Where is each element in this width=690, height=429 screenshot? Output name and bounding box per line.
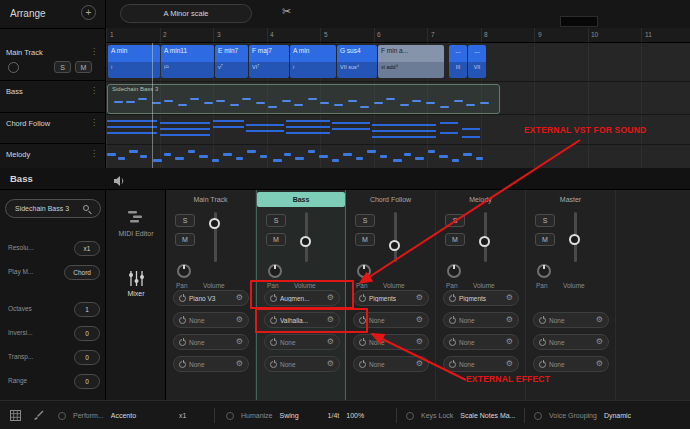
plugin-slot[interactable]: None⚙ (264, 334, 340, 350)
solo-button[interactable]: S (266, 214, 286, 227)
gear-icon[interactable]: ⚙ (506, 316, 513, 324)
pan-knob[interactable] (447, 264, 461, 278)
plugin-slot[interactable]: Piano V3⚙ (173, 290, 249, 306)
track-name-chord-follow[interactable]: Chord Follow (6, 119, 50, 128)
mixer-icon[interactable] (106, 270, 166, 291)
plugin-slot[interactable]: None⚙ (173, 312, 249, 328)
toggle-circle-icon[interactable] (406, 412, 414, 420)
strip-title[interactable]: Chord Follow (346, 192, 435, 207)
plugin-slot[interactable]: None⚙ (443, 334, 519, 350)
gear-icon[interactable]: ⚙ (416, 316, 423, 324)
chord-block[interactable]: A min11i¹¹ (161, 45, 214, 78)
power-icon[interactable] (539, 361, 546, 368)
volume-slider[interactable] (394, 212, 397, 262)
solo-button[interactable]: S (54, 61, 71, 73)
track-menu-icon[interactable]: ⋮ (90, 118, 98, 127)
track-menu-icon[interactable]: ⋮ (90, 47, 98, 56)
gear-icon[interactable]: ⚙ (416, 294, 423, 302)
gear-icon[interactable]: ⚙ (506, 294, 513, 302)
gear-icon[interactable]: ⚙ (327, 338, 334, 346)
gear-icon[interactable]: ⚙ (416, 360, 423, 368)
status-extra[interactable]: x1 (179, 412, 186, 419)
status-value[interactable]: Accento (111, 412, 136, 419)
plugin-slot[interactable]: None⚙ (533, 356, 609, 372)
toggle-circle-icon[interactable] (58, 412, 66, 420)
plugin-slot[interactable]: None⚙ (533, 334, 609, 350)
mute-button[interactable]: M (355, 233, 375, 246)
volume-slider[interactable] (305, 212, 308, 262)
gear-icon[interactable]: ⚙ (596, 360, 603, 368)
melody-clip[interactable] (107, 146, 500, 166)
plugin-slot[interactable]: Pigments⚙ (443, 290, 519, 306)
status-value[interactable]: Swing (280, 412, 299, 419)
power-icon[interactable] (270, 339, 277, 346)
strip-title[interactable]: Bass (257, 192, 345, 207)
volume-knob[interactable] (389, 240, 400, 251)
volume-slider[interactable] (214, 212, 217, 262)
power-icon[interactable] (449, 317, 456, 324)
keys-lock-control[interactable]: Keys Lock Scale Notes Ma... (406, 401, 516, 429)
gear-icon[interactable]: ⚙ (416, 338, 423, 346)
track-link-icon[interactable] (8, 62, 19, 73)
brush-tool-icon[interactable] (32, 410, 44, 423)
strip-title[interactable]: Melody (436, 192, 525, 207)
pan-knob[interactable] (268, 264, 282, 278)
mute-button[interactable]: M (535, 233, 555, 246)
track-menu-icon[interactable]: ⋮ (90, 86, 98, 95)
status-extra[interactable]: 1/4t (328, 412, 340, 419)
arrangement-lanes[interactable]: A mini A min11i¹¹ E min7v⁷ F maj7VI⁷ A m… (106, 43, 690, 168)
cut-tool-icon[interactable]: ✂ (282, 5, 291, 18)
gear-icon[interactable]: ⚙ (236, 316, 243, 324)
power-icon[interactable] (539, 339, 546, 346)
status-value[interactable]: Scale Notes Ma... (460, 412, 515, 419)
power-icon[interactable] (359, 295, 366, 302)
power-icon[interactable] (449, 339, 456, 346)
gear-icon[interactable]: ⚙ (506, 338, 513, 346)
pan-knob[interactable] (177, 264, 191, 278)
volume-slider[interactable] (574, 212, 577, 262)
solo-button[interactable]: S (445, 214, 465, 227)
volume-knob[interactable] (300, 236, 311, 247)
power-icon[interactable] (179, 317, 186, 324)
strip-title[interactable]: Main Track (166, 192, 255, 207)
chord-block[interactable]: ...III (449, 45, 467, 78)
mute-button[interactable]: M (266, 233, 286, 246)
solo-button[interactable]: S (355, 214, 375, 227)
chord-block[interactable]: G sus4VII sus⁴ (337, 45, 377, 78)
power-icon[interactable] (179, 361, 186, 368)
gear-icon[interactable]: ⚙ (506, 360, 513, 368)
chord-block[interactable]: F maj7VI⁷ (249, 45, 289, 78)
power-icon[interactable] (359, 361, 366, 368)
track-menu-icon[interactable]: ⋮ (90, 149, 98, 158)
volume-knob[interactable] (209, 218, 220, 229)
plugin-slot[interactable]: None⚙ (443, 356, 519, 372)
plugin-slot[interactable]: None⚙ (443, 312, 519, 328)
param-value[interactable]: 1 (74, 302, 100, 317)
plugin-slot[interactable]: None⚙ (353, 356, 429, 372)
tab-midi-editor[interactable]: MIDI Editor (106, 230, 166, 237)
mute-button[interactable]: M (445, 233, 465, 246)
param-value[interactable]: 0 (74, 326, 100, 341)
voice-grouping-control[interactable]: Voice Grouping Dynamic (534, 401, 631, 429)
humanize-control[interactable]: Humanize Swing 1/4t 100% (226, 401, 364, 429)
plugin-slot[interactable]: None⚙ (533, 312, 609, 328)
add-track-button[interactable]: + (81, 5, 96, 20)
toggle-circle-icon[interactable] (534, 412, 542, 420)
gear-icon[interactable]: ⚙ (327, 360, 334, 368)
gear-icon[interactable]: ⚙ (596, 316, 603, 324)
mute-button[interactable]: M (75, 61, 92, 73)
plugin-slot[interactable]: None⚙ (264, 356, 340, 372)
power-icon[interactable] (179, 295, 186, 302)
pan-knob[interactable] (357, 264, 371, 278)
plugin-slot[interactable]: Pigments⚙ (353, 290, 429, 306)
plugin-slot[interactable]: None⚙ (173, 356, 249, 372)
param-value[interactable]: Chord (64, 265, 100, 280)
solo-button[interactable]: S (175, 214, 195, 227)
midi-editor-icon[interactable] (106, 210, 166, 228)
solo-button[interactable]: S (535, 214, 555, 227)
volume-knob[interactable] (569, 234, 580, 245)
speaker-icon[interactable] (113, 173, 126, 191)
gear-icon[interactable]: ⚙ (596, 338, 603, 346)
loop-region-marker[interactable] (560, 16, 598, 27)
power-icon[interactable] (359, 339, 366, 346)
